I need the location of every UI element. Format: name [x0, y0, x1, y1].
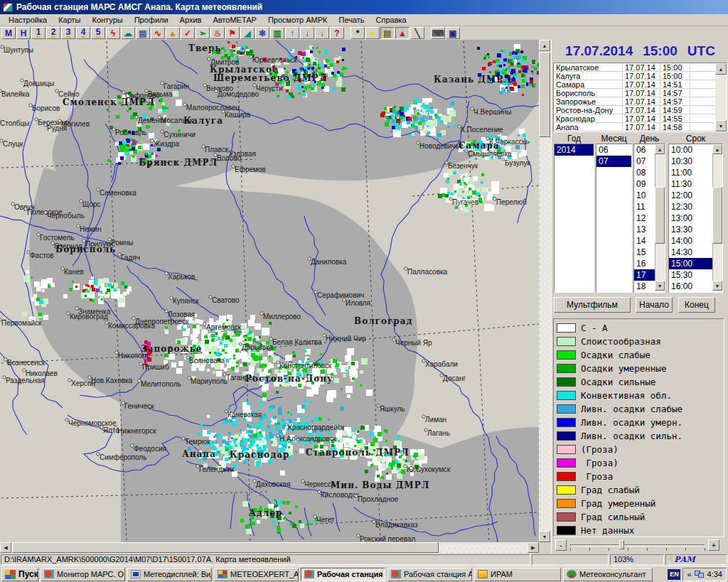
network-icon[interactable]: [695, 571, 705, 578]
day-list-scrollbar[interactable]: ▲▼: [655, 144, 665, 291]
month-list[interactable]: 0607: [596, 144, 632, 293]
track-button[interactable]: ∿: [151, 27, 165, 39]
map-horizontal-scrollbar[interactable]: ◀ ▶: [0, 542, 539, 554]
letter-n-button[interactable]: Н: [16, 27, 31, 39]
help-button[interactable]: ?: [330, 27, 344, 39]
menu-item-2[interactable]: Карты: [53, 15, 86, 25]
save-button[interactable]: ▣: [446, 27, 460, 39]
month-option[interactable]: 07: [596, 156, 631, 167]
sun-button[interactable]: ●: [365, 27, 380, 39]
arrow-down-button[interactable]: ↓: [300, 27, 314, 39]
line-button[interactable]: ╲: [410, 27, 424, 39]
print-button[interactable]: ⌨: [431, 27, 445, 39]
scroll-up-icon[interactable]: ▲: [715, 63, 727, 75]
multfilm-button[interactable]: Мультфильм: [554, 297, 631, 313]
lightning-button[interactable]: ϟ: [106, 27, 120, 39]
radar-site-label: Запорожье: [141, 344, 203, 354]
task-button-3[interactable]: METEOEXPERT_АМСГ А...: [214, 568, 299, 581]
menu-item-9[interactable]: Справка: [370, 15, 412, 25]
layer-5-button[interactable]: 5: [91, 27, 105, 39]
task-button-4[interactable]: Рабочая станция М...: [301, 568, 385, 581]
language-indicator[interactable]: EN: [668, 569, 680, 580]
menu-item-1[interactable]: Настройка: [3, 15, 53, 25]
layer-2-button[interactable]: 2: [46, 27, 60, 39]
month-option[interactable]: 06: [596, 144, 631, 156]
thermometer-button[interactable]: ♨: [210, 27, 225, 39]
menu-item-4[interactable]: Профили: [129, 15, 174, 25]
station-row[interactable]: Анапа17.07.1414:58: [554, 123, 727, 131]
station-row[interactable]: Крылатское17.07.1415:00: [554, 63, 727, 72]
task-button-7[interactable]: Метеоконсультант: [563, 568, 653, 581]
scroll-down-icon[interactable]: ▼: [715, 120, 727, 131]
zoom-out-button[interactable]: -: [555, 539, 567, 551]
term-list[interactable]: 10:0010:3011:0011:3012:0012:3013:0013:30…: [668, 144, 723, 293]
asterisk-button[interactable]: *: [350, 27, 365, 39]
scroll-up-icon[interactable]: ▲: [655, 144, 665, 154]
bell-button[interactable]: ⚑: [225, 27, 240, 39]
zoom-slider-track[interactable]: [570, 544, 705, 546]
year-option[interactable]: 2014: [555, 144, 594, 156]
angle-icon: ◢: [244, 29, 250, 38]
begin-button[interactable]: Начало: [636, 297, 673, 313]
horizontal-scroll-thumb[interactable]: [12, 542, 439, 553]
map-vertical-scrollbar[interactable]: ▲ ▼: [539, 40, 551, 542]
bar-button[interactable]: ▥: [270, 27, 284, 39]
letter-m-button[interactable]: М: [1, 27, 16, 39]
scroll-right-icon[interactable]: ▶: [528, 542, 539, 553]
menu-item-3[interactable]: Контуры: [87, 15, 129, 25]
arrow-up-button[interactable]: ↑: [285, 27, 299, 39]
profile-button[interactable]: ▲: [166, 27, 180, 39]
layer-1-button[interactable]: 1: [31, 27, 46, 39]
scroll-up-icon[interactable]: ▲: [539, 40, 550, 51]
arrow-down-red-button[interactable]: ↓: [315, 27, 329, 39]
list-scroll-thumb[interactable]: [655, 187, 665, 244]
layer-3-button[interactable]: 3: [61, 27, 75, 39]
scroll-up-icon[interactable]: ▲: [712, 144, 722, 154]
task-button-1[interactable]: Монитор МАРС. Объе...: [41, 568, 125, 581]
front-button[interactable]: ➣: [196, 27, 210, 39]
task-button-5[interactable]: Рабочая станция АМР...: [387, 568, 472, 581]
station-row[interactable]: Калуга17.07.1415:00: [554, 72, 727, 80]
start-button[interactable]: Пуск: [1, 568, 38, 581]
station-row[interactable]: Самара17.07.1414:51: [554, 80, 727, 89]
menu-item-7[interactable]: Просмотр АМРК: [262, 15, 333, 25]
database-2-button[interactable]: ▤: [380, 27, 395, 39]
task-button-6[interactable]: ИРАМ: [474, 568, 561, 581]
term-list-scrollbar[interactable]: ▲▼: [712, 144, 722, 291]
station-table-scrollbar[interactable]: ▲ ▼: [715, 63, 727, 131]
station-row[interactable]: Борисполь17.07.1414:57: [554, 89, 727, 97]
line-icon: ╲: [414, 29, 419, 38]
day-list[interactable]: 06070809101112131415161718▲▼: [633, 144, 665, 293]
city-label: Черкесск: [304, 480, 335, 488]
menu-item-6[interactable]: АвтоМЕТАР: [207, 15, 262, 25]
scroll-down-icon[interactable]: ▼: [539, 531, 550, 542]
zoom-in-button[interactable]: +: [708, 539, 719, 551]
clouds-button[interactable]: ☁: [121, 27, 135, 39]
angle-button[interactable]: ◢: [240, 27, 255, 39]
city-label: Ч.Вершины: [473, 108, 512, 116]
vertical-scroll-thumb[interactable]: [539, 52, 550, 137]
station-row[interactable]: Ростов-на-Дону17.07.1414:59: [554, 106, 727, 114]
city-label: Вознесенск: [7, 359, 46, 367]
city-label: Ефремов: [235, 166, 266, 173]
tray-expand-chevron[interactable]: «: [687, 570, 691, 578]
menu-item-8[interactable]: Печать: [333, 15, 370, 25]
zoom-slider-thumb[interactable]: [619, 540, 624, 549]
layer-4-button[interactable]: 4: [76, 27, 90, 39]
mountain-button[interactable]: ▲: [395, 27, 410, 39]
check-v-button[interactable]: ✓: [181, 27, 195, 39]
scroll-left-icon[interactable]: ◀: [0, 542, 11, 553]
scroll-down-icon[interactable]: ▼: [712, 281, 722, 291]
database-button[interactable]: ▤: [136, 27, 150, 39]
weather-map[interactable]: ТверьКрылатскоеШереметьево ДМРЛСмоленск …: [0, 40, 539, 542]
snowflake-button[interactable]: ✻: [255, 27, 269, 39]
end-button[interactable]: Конец: [678, 297, 715, 313]
task-button-2[interactable]: Метеодисплей: Вид 17...: [127, 568, 212, 581]
year-list[interactable]: 2014: [554, 144, 594, 293]
menu-item-5[interactable]: Архив: [174, 15, 208, 25]
station-row[interactable]: Краснодар17.07.1414:55: [554, 114, 727, 123]
scroll-down-icon[interactable]: ▼: [655, 281, 665, 291]
title-bar[interactable]: Рабочая станция МАРС АМСГ Анапа. Карта м…: [0, 0, 728, 14]
station-row[interactable]: Запорожье17.07.1414:57: [554, 97, 727, 106]
list-scroll-thumb[interactable]: [712, 187, 722, 244]
